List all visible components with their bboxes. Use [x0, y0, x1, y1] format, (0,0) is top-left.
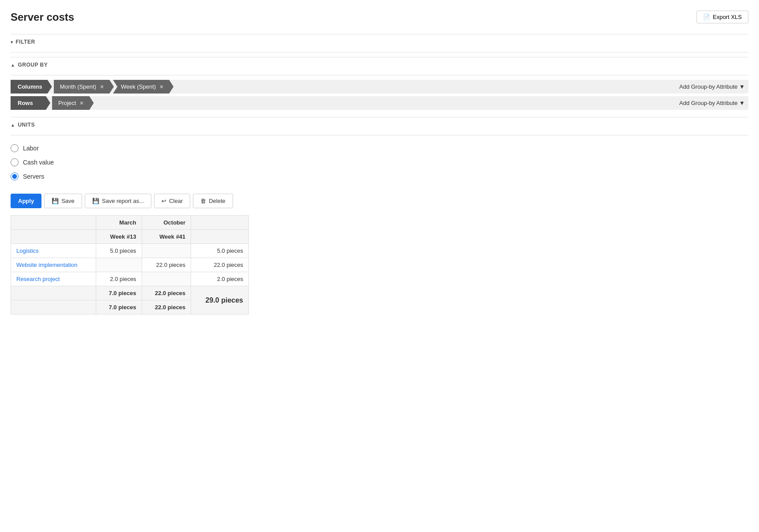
units-chevron: ▲: [11, 123, 15, 127]
units-section-header[interactable]: ▲ UNITS: [11, 117, 748, 131]
table-sub-header-total: [191, 230, 249, 244]
groupby-tag-project: Project ✕: [52, 96, 94, 110]
groupby-columns-add-attribute[interactable]: Add Group-by Attribute ▼: [679, 83, 745, 90]
groupby-columns-row: Columns Month (Spent) ✕ Week (Spent) ✕ A…: [11, 80, 748, 94]
units-radio-group: Labor Cash value Servers: [11, 140, 748, 185]
website-october: 22.0 pieces: [142, 258, 191, 272]
units-labor-label: Labor: [23, 145, 39, 152]
subtotal-october: 22.0 pieces: [142, 286, 191, 300]
groupby-chevron: ▲: [11, 63, 15, 67]
filter-divider: [11, 52, 748, 52]
groupby-tag-month-label: Month (Spent): [60, 83, 96, 90]
units-radio-servers[interactable]: [11, 172, 19, 180]
filter-chevron: ▾: [11, 40, 13, 45]
groupby-rows-tags: Project ✕: [50, 96, 679, 110]
logistics-october: [142, 244, 191, 258]
save-report-icon: 💾: [92, 198, 99, 204]
groupby-tag-week-label: Week (Spent): [121, 83, 156, 90]
research-total: 2.0 pieces: [191, 272, 249, 286]
row-website-implementation[interactable]: Website implementation: [11, 258, 96, 272]
groupby-rows-row: Rows Project ✕ Add Group-by Attribute ▼: [11, 96, 748, 110]
units-radio-labor[interactable]: [11, 144, 19, 152]
groupby-section-header[interactable]: ▲ GROUP BY: [11, 57, 748, 71]
groupby-label: GROUP BY: [18, 62, 48, 68]
table-sub-header-row: Week #13 Week #41: [11, 230, 249, 244]
groupby-section: ▲ GROUP BY Columns Month (Spent) ✕ Week …: [11, 57, 748, 110]
groupby-tag-week-close[interactable]: ✕: [159, 84, 164, 90]
units-section: ▲ UNITS Labor Cash value Servers: [11, 117, 748, 185]
units-radio-cash-value[interactable]: [11, 158, 19, 166]
logistics-march: 5.0 pieces: [96, 244, 142, 258]
table-row: Logistics 5.0 pieces 5.0 pieces: [11, 244, 249, 258]
footer-label: [11, 300, 96, 315]
table-header-total: [191, 216, 249, 230]
research-march: 2.0 pieces: [96, 272, 142, 286]
save-report-as-button[interactable]: 💾 Save report as...: [85, 194, 151, 208]
export-xls-button[interactable]: 📄 Export XLS: [696, 11, 748, 23]
groupby-rows-label: Rows: [11, 96, 50, 110]
table-header-march: March: [96, 216, 142, 230]
subtotal-grand: 29.0 pieces: [191, 286, 249, 315]
table-header-october: October: [142, 216, 191, 230]
units-cash-value-label: Cash value: [23, 159, 54, 166]
groupby-columns-tags: Month (Spent) ✕ Week (Spent) ✕: [52, 80, 680, 94]
action-buttons: Apply 💾 Save 💾 Save report as... ↩ Clear…: [11, 194, 748, 208]
delete-button[interactable]: 🗑 Delete: [193, 194, 233, 208]
footer-october: 22.0 pieces: [142, 300, 191, 315]
save-button[interactable]: 💾 Save: [44, 194, 82, 208]
page-title: Server costs: [11, 11, 74, 23]
table-row: Research project 2.0 pieces 2.0 pieces: [11, 272, 249, 286]
filter-label: FILTER: [16, 39, 35, 45]
logistics-total: 5.0 pieces: [191, 244, 249, 258]
groupby-tag-project-close[interactable]: ✕: [79, 100, 84, 106]
groupby-tag-week: Week (Spent) ✕: [113, 80, 173, 94]
website-total: 22.0 pieces: [191, 258, 249, 272]
groupby-tag-project-label: Project: [58, 100, 76, 106]
groupby-divider: [11, 75, 748, 75]
page-header: Server costs 📄 Export XLS: [11, 11, 748, 23]
research-october: [142, 272, 191, 286]
table-sub-header-week13: Week #13: [96, 230, 142, 244]
units-servers-label: Servers: [23, 173, 44, 180]
subtotal-march: 7.0 pieces: [96, 286, 142, 300]
delete-icon: 🗑: [200, 198, 206, 204]
table-col-header-row: March October: [11, 216, 249, 230]
units-divider: [11, 135, 748, 135]
units-label: UNITS: [18, 122, 35, 128]
table-row: Website implementation 22.0 pieces 22.0 …: [11, 258, 249, 272]
groupby-columns-label: Columns: [11, 80, 52, 94]
filter-section-header[interactable]: ▾ FILTER: [11, 34, 748, 49]
save-icon: 💾: [52, 198, 59, 204]
units-option-labor[interactable]: Labor: [11, 144, 748, 152]
table-sub-header-empty: [11, 230, 96, 244]
table-sub-header-week41: Week #41: [142, 230, 191, 244]
clear-button[interactable]: ↩ Clear: [154, 194, 190, 208]
clear-icon: ↩: [162, 198, 166, 204]
data-table: March October Week #13 Week #41 Logistic…: [11, 215, 249, 315]
row-research-project[interactable]: Research project: [11, 272, 96, 286]
groupby-tag-month: Month (Spent) ✕: [54, 80, 114, 94]
footer-march: 7.0 pieces: [96, 300, 142, 315]
website-march: [96, 258, 142, 272]
table-subtotal-row: 7.0 pieces 22.0 pieces 29.0 pieces: [11, 286, 249, 300]
apply-button[interactable]: Apply: [11, 194, 41, 208]
row-logistics[interactable]: Logistics: [11, 244, 96, 258]
table-header-empty: [11, 216, 96, 230]
units-option-servers[interactable]: Servers: [11, 172, 748, 180]
groupby-tag-month-close[interactable]: ✕: [100, 84, 104, 90]
subtotal-label: [11, 286, 96, 300]
file-icon: 📄: [703, 14, 710, 20]
units-option-cash-value[interactable]: Cash value: [11, 158, 748, 166]
groupby-rows-add-attribute[interactable]: Add Group-by Attribute ▼: [679, 100, 745, 106]
